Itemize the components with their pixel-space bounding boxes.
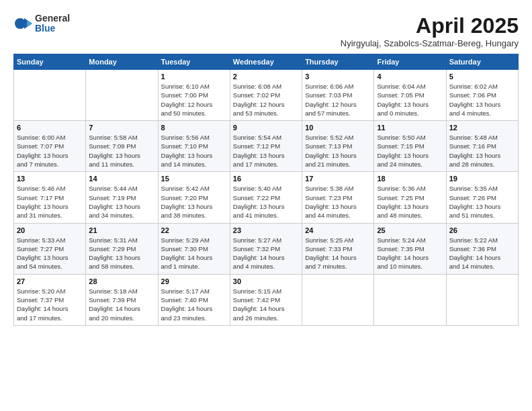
calendar-cell <box>374 274 446 325</box>
day-number: 28 <box>89 277 154 285</box>
day-number: 1 <box>161 73 227 81</box>
calendar-cell: 10Sunrise: 5:52 AM Sunset: 7:13 PM Dayli… <box>302 121 374 172</box>
calendar-cell: 18Sunrise: 5:36 AM Sunset: 7:25 PM Dayli… <box>374 172 446 223</box>
logo-blue: Blue <box>35 24 70 34</box>
day-number: 10 <box>305 124 371 132</box>
day-number: 21 <box>89 226 154 234</box>
day-of-week-header: Monday <box>86 54 158 70</box>
month-title: April 2025 <box>341 13 519 38</box>
calendar-week-row: 1Sunrise: 6:10 AM Sunset: 7:00 PM Daylig… <box>14 70 519 121</box>
day-number: 30 <box>233 277 299 285</box>
calendar-table: SundayMondayTuesdayWednesdayThursdayFrid… <box>13 54 519 326</box>
calendar-cell: 28Sunrise: 5:18 AM Sunset: 7:39 PM Dayli… <box>86 274 158 325</box>
calendar-week-row: 13Sunrise: 5:46 AM Sunset: 7:17 PM Dayli… <box>14 172 519 223</box>
calendar-cell: 5Sunrise: 6:02 AM Sunset: 7:06 PM Daylig… <box>446 70 518 121</box>
day-info: Sunrise: 5:17 AM Sunset: 7:40 PM Dayligh… <box>161 287 227 322</box>
day-number: 4 <box>377 73 443 81</box>
day-info: Sunrise: 5:40 AM Sunset: 7:22 PM Dayligh… <box>233 184 299 220</box>
day-info: Sunrise: 6:06 AM Sunset: 7:03 PM Dayligh… <box>305 82 371 118</box>
calendar-cell: 13Sunrise: 5:46 AM Sunset: 7:17 PM Dayli… <box>14 172 86 223</box>
day-info: Sunrise: 5:54 AM Sunset: 7:12 PM Dayligh… <box>233 133 299 169</box>
svg-point-0 <box>15 18 26 29</box>
day-number: 25 <box>377 226 443 234</box>
location: Nyirgyulaj, Szabolcs-Szatmar-Bereg, Hung… <box>341 38 519 48</box>
day-number: 11 <box>377 124 443 132</box>
calendar-cell: 15Sunrise: 5:42 AM Sunset: 7:20 PM Dayli… <box>158 172 230 223</box>
calendar-header-row: SundayMondayTuesdayWednesdayThursdayFrid… <box>14 54 519 70</box>
calendar-cell: 7Sunrise: 5:58 AM Sunset: 7:09 PM Daylig… <box>86 121 158 172</box>
day-number: 15 <box>161 175 227 183</box>
day-info: Sunrise: 5:33 AM Sunset: 7:27 PM Dayligh… <box>17 236 83 271</box>
calendar-cell: 22Sunrise: 5:29 AM Sunset: 7:30 PM Dayli… <box>158 223 230 274</box>
calendar-cell: 25Sunrise: 5:24 AM Sunset: 7:35 PM Dayli… <box>374 223 446 274</box>
day-of-week-header: Sunday <box>14 54 86 70</box>
day-info: Sunrise: 6:10 AM Sunset: 7:00 PM Dayligh… <box>161 82 227 118</box>
day-info: Sunrise: 5:31 AM Sunset: 7:29 PM Dayligh… <box>89 236 154 271</box>
logo-text: General Blue <box>35 13 70 34</box>
calendar-cell <box>446 274 518 325</box>
day-number: 29 <box>161 277 227 285</box>
calendar-cell: 11Sunrise: 5:50 AM Sunset: 7:15 PM Dayli… <box>374 121 446 172</box>
day-info: Sunrise: 5:46 AM Sunset: 7:17 PM Dayligh… <box>17 184 83 220</box>
calendar-cell: 1Sunrise: 6:10 AM Sunset: 7:00 PM Daylig… <box>158 70 230 121</box>
day-info: Sunrise: 5:50 AM Sunset: 7:15 PM Dayligh… <box>377 133 443 169</box>
calendar-cell <box>302 274 374 325</box>
calendar-week-row: 20Sunrise: 5:33 AM Sunset: 7:27 PM Dayli… <box>14 223 519 274</box>
day-number: 3 <box>305 73 371 81</box>
day-number: 8 <box>161 124 227 132</box>
calendar-cell: 26Sunrise: 5:22 AM Sunset: 7:36 PM Dayli… <box>446 223 518 274</box>
day-number: 9 <box>233 124 299 132</box>
logo-general: General <box>35 13 70 24</box>
day-number: 7 <box>89 124 154 132</box>
day-number: 26 <box>449 226 515 234</box>
day-number: 24 <box>305 226 371 234</box>
day-info: Sunrise: 5:48 AM Sunset: 7:16 PM Dayligh… <box>449 133 515 169</box>
svg-marker-2 <box>27 20 32 27</box>
day-info: Sunrise: 5:36 AM Sunset: 7:25 PM Dayligh… <box>377 184 443 220</box>
calendar-cell: 16Sunrise: 5:40 AM Sunset: 7:22 PM Dayli… <box>230 172 302 223</box>
day-info: Sunrise: 5:27 AM Sunset: 7:32 PM Dayligh… <box>233 236 299 271</box>
day-number: 20 <box>17 226 83 234</box>
day-of-week-header: Saturday <box>446 54 518 70</box>
day-number: 12 <box>449 124 515 132</box>
calendar-cell: 19Sunrise: 5:35 AM Sunset: 7:26 PM Dayli… <box>446 172 518 223</box>
calendar-cell: 23Sunrise: 5:27 AM Sunset: 7:32 PM Dayli… <box>230 223 302 274</box>
calendar-cell: 20Sunrise: 5:33 AM Sunset: 7:27 PM Dayli… <box>14 223 86 274</box>
calendar-cell <box>14 70 86 121</box>
calendar-week-row: 6Sunrise: 6:00 AM Sunset: 7:07 PM Daylig… <box>14 121 519 172</box>
day-info: Sunrise: 5:44 AM Sunset: 7:19 PM Dayligh… <box>89 184 154 220</box>
day-number: 13 <box>17 175 83 183</box>
calendar-cell: 14Sunrise: 5:44 AM Sunset: 7:19 PM Dayli… <box>86 172 158 223</box>
logo-icon <box>13 14 32 33</box>
calendar-cell <box>86 70 158 121</box>
day-info: Sunrise: 5:15 AM Sunset: 7:42 PM Dayligh… <box>233 287 299 322</box>
day-info: Sunrise: 6:02 AM Sunset: 7:06 PM Dayligh… <box>449 82 515 118</box>
calendar-week-row: 27Sunrise: 5:20 AM Sunset: 7:37 PM Dayli… <box>14 274 519 325</box>
calendar-cell: 3Sunrise: 6:06 AM Sunset: 7:03 PM Daylig… <box>302 70 374 121</box>
day-info: Sunrise: 5:24 AM Sunset: 7:35 PM Dayligh… <box>377 236 443 271</box>
calendar-cell: 24Sunrise: 5:25 AM Sunset: 7:33 PM Dayli… <box>302 223 374 274</box>
day-number: 6 <box>17 124 83 132</box>
day-info: Sunrise: 5:58 AM Sunset: 7:09 PM Dayligh… <box>89 133 154 169</box>
day-info: Sunrise: 5:42 AM Sunset: 7:20 PM Dayligh… <box>161 184 227 220</box>
day-of-week-header: Friday <box>374 54 446 70</box>
day-info: Sunrise: 5:38 AM Sunset: 7:23 PM Dayligh… <box>305 184 371 220</box>
day-info: Sunrise: 5:18 AM Sunset: 7:39 PM Dayligh… <box>89 287 154 322</box>
day-of-week-header: Thursday <box>302 54 374 70</box>
calendar-cell: 29Sunrise: 5:17 AM Sunset: 7:40 PM Dayli… <box>158 274 230 325</box>
day-info: Sunrise: 5:35 AM Sunset: 7:26 PM Dayligh… <box>449 184 515 220</box>
title-block: April 2025 Nyirgyulaj, Szabolcs-Szatmar-… <box>341 13 519 48</box>
calendar-cell: 12Sunrise: 5:48 AM Sunset: 7:16 PM Dayli… <box>446 121 518 172</box>
calendar-cell: 17Sunrise: 5:38 AM Sunset: 7:23 PM Dayli… <box>302 172 374 223</box>
day-info: Sunrise: 5:20 AM Sunset: 7:37 PM Dayligh… <box>17 287 83 322</box>
day-number: 27 <box>17 277 83 285</box>
day-number: 5 <box>449 73 515 81</box>
calendar-cell: 30Sunrise: 5:15 AM Sunset: 7:42 PM Dayli… <box>230 274 302 325</box>
calendar-cell: 9Sunrise: 5:54 AM Sunset: 7:12 PM Daylig… <box>230 121 302 172</box>
calendar-cell: 2Sunrise: 6:08 AM Sunset: 7:02 PM Daylig… <box>230 70 302 121</box>
day-number: 16 <box>233 175 299 183</box>
day-of-week-header: Wednesday <box>230 54 302 70</box>
day-info: Sunrise: 5:52 AM Sunset: 7:13 PM Dayligh… <box>305 133 371 169</box>
page-header: General Blue April 2025 Nyirgyulaj, Szab… <box>13 13 519 48</box>
day-number: 22 <box>161 226 227 234</box>
